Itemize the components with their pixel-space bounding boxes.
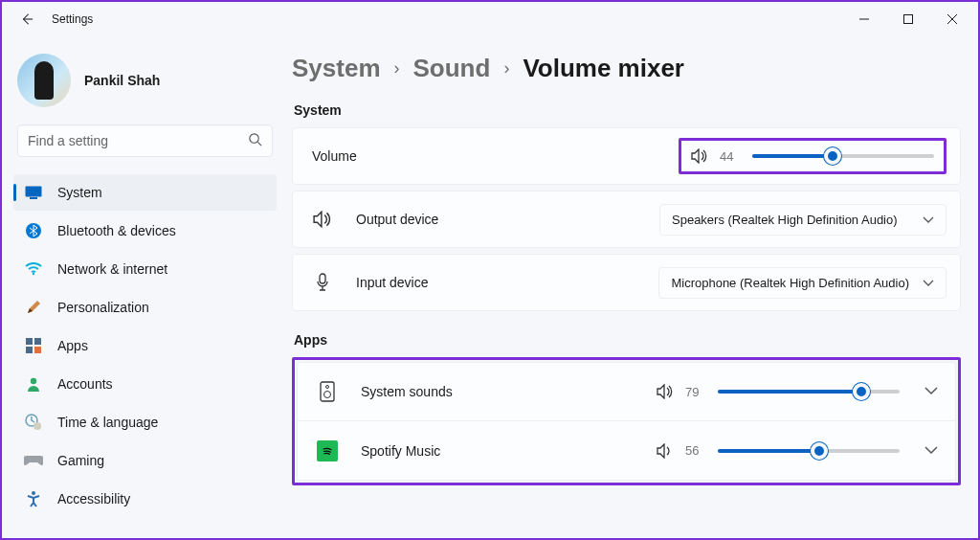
search-icon <box>248 132 262 150</box>
breadcrumb: System › Sound › Volume mixer <box>292 54 961 83</box>
close-button[interactable] <box>930 4 974 34</box>
minimize-button[interactable] <box>842 4 886 34</box>
chevron-right-icon: › <box>503 58 509 79</box>
app-volume-slider[interactable] <box>718 390 900 394</box>
breadcrumb-system[interactable]: System <box>292 54 381 83</box>
svg-rect-6 <box>26 338 33 345</box>
slider-fill <box>718 390 861 394</box>
app-volume-slider[interactable] <box>718 449 900 453</box>
maximize-button[interactable] <box>886 4 930 34</box>
nav-label: Accounts <box>57 376 113 392</box>
microphone-icon <box>312 273 333 292</box>
speaker-icon <box>312 211 333 228</box>
display-icon <box>23 182 44 203</box>
expand-button[interactable] <box>921 439 942 463</box>
svg-point-12 <box>33 422 41 430</box>
sidebar: Pankil Shah System Bluetooth & devices N… <box>2 36 284 538</box>
window-title: Settings <box>52 12 93 26</box>
nav-label: Gaming <box>57 453 104 468</box>
svg-rect-8 <box>26 347 33 353</box>
titlebar: Settings <box>2 2 978 36</box>
nav-label: Accessibility <box>57 491 130 506</box>
card-output-device: Output device Speakers (Realtek High Def… <box>292 191 961 248</box>
app-row-system-sounds: System sounds 79 <box>297 362 956 421</box>
gamepad-icon <box>23 450 44 471</box>
nav-item-system[interactable]: System <box>13 174 277 211</box>
nav-item-personalization[interactable]: Personalization <box>13 289 277 326</box>
apps-highlight: System sounds 79 Spotify Music 56 <box>292 357 961 485</box>
search-box[interactable] <box>17 124 273 157</box>
slider-thumb[interactable] <box>824 147 841 165</box>
nav-label: Apps <box>57 338 88 353</box>
nav-item-accessibility[interactable]: Accessibility <box>13 481 277 517</box>
volume-slider[interactable] <box>752 154 934 158</box>
app-row-spotify: Spotify Music 56 <box>297 421 956 481</box>
svg-point-17 <box>324 392 331 398</box>
chevron-down-icon <box>923 276 934 290</box>
chevron-down-icon <box>923 213 934 227</box>
app-volume-value: 79 <box>685 385 706 399</box>
input-device-selected: Microphone (Realtek High Definition Audi… <box>671 276 909 290</box>
output-device-selected: Speakers (Realtek High Definition Audio) <box>672 213 898 227</box>
wifi-icon <box>23 259 44 280</box>
svg-rect-2 <box>26 187 42 197</box>
clock-globe-icon <box>23 412 44 433</box>
search-input[interactable] <box>28 133 248 148</box>
expand-button[interactable] <box>921 379 942 404</box>
nav-item-network[interactable]: Network & internet <box>13 251 277 287</box>
nav-item-apps[interactable]: Apps <box>13 327 277 364</box>
nav-item-gaming[interactable]: Gaming <box>13 442 277 479</box>
chevron-right-icon: › <box>394 58 400 79</box>
volume-control-highlight: 44 <box>679 138 947 174</box>
speaker-icon[interactable] <box>691 148 708 164</box>
slider-thumb[interactable] <box>853 383 870 400</box>
volume-label: Volume <box>312 148 357 164</box>
brush-icon <box>23 297 44 318</box>
svg-point-16 <box>326 386 329 389</box>
svg-point-1 <box>250 133 258 142</box>
output-device-select[interactable]: Speakers (Realtek High Definition Audio) <box>659 204 947 236</box>
section-system-label: System <box>294 102 961 118</box>
app-label: System sounds <box>361 384 453 399</box>
speaker-icon[interactable] <box>657 443 674 459</box>
slider-fill <box>752 154 833 158</box>
speaker-icon[interactable] <box>657 384 674 399</box>
accessibility-icon <box>23 488 44 509</box>
user-name: Pankil Shah <box>84 73 160 88</box>
nav-label: System <box>57 185 102 200</box>
nav-label: Personalization <box>57 300 149 315</box>
svg-rect-3 <box>30 197 37 199</box>
svg-rect-7 <box>34 338 41 345</box>
nav-item-accounts[interactable]: Accounts <box>13 366 277 402</box>
card-input-device: Input device Microphone (Realtek High De… <box>292 254 961 311</box>
breadcrumb-sound[interactable]: Sound <box>413 54 491 83</box>
apps-icon <box>23 335 44 356</box>
nav-item-time-language[interactable]: Time & language <box>13 404 277 440</box>
back-button[interactable] <box>15 8 38 31</box>
avatar <box>17 54 71 107</box>
main-content: System › Sound › Volume mixer System Vol… <box>284 36 978 538</box>
speaker-device-icon <box>317 381 338 402</box>
app-label: Spotify Music <box>361 443 440 459</box>
app-volume-value: 56 <box>685 443 706 458</box>
svg-rect-14 <box>320 274 325 283</box>
svg-rect-0 <box>904 15 913 24</box>
person-icon <box>23 373 44 394</box>
section-apps-label: Apps <box>294 332 961 348</box>
bluetooth-icon <box>23 220 44 241</box>
input-label: Input device <box>356 275 429 290</box>
nav-item-bluetooth[interactable]: Bluetooth & devices <box>13 213 277 249</box>
card-volume: Volume 44 <box>292 127 961 185</box>
spotify-icon <box>317 440 338 461</box>
nav-label: Bluetooth & devices <box>57 223 176 238</box>
svg-point-5 <box>33 273 34 275</box>
output-label: Output device <box>356 212 438 227</box>
slider-thumb[interactable] <box>811 442 828 460</box>
svg-point-10 <box>31 378 36 384</box>
svg-rect-9 <box>34 347 41 353</box>
volume-value: 44 <box>720 149 741 164</box>
input-device-select[interactable]: Microphone (Realtek High Definition Audi… <box>658 267 947 299</box>
nav-label: Network & internet <box>57 261 167 277</box>
nav-label: Time & language <box>57 415 158 430</box>
profile-block[interactable]: Pankil Shah <box>17 54 273 107</box>
